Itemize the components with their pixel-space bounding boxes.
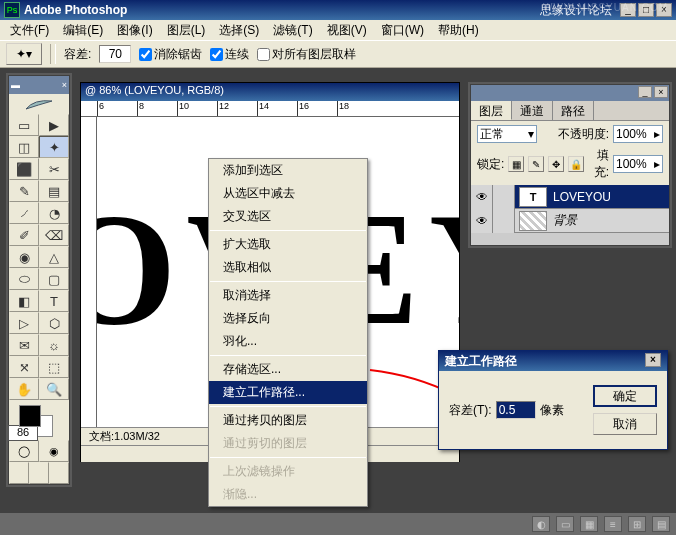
dialog-tolerance-input[interactable] xyxy=(496,401,536,419)
ctx-item[interactable]: 扩大选取 xyxy=(209,233,367,256)
blend-mode-select[interactable]: 正常▾ xyxy=(477,125,537,143)
dialog-tolerance-label: 容差(T): xyxy=(449,402,492,419)
tool-14[interactable]: ⬭ xyxy=(9,268,39,290)
ctx-item[interactable]: 交叉选区 xyxy=(209,205,367,228)
lock-transparency-icon[interactable]: ▦ xyxy=(508,156,524,172)
tool-preset-picker[interactable]: ✦▾ xyxy=(6,43,42,65)
tool-18[interactable]: ▷ xyxy=(9,312,39,334)
link-cell[interactable] xyxy=(493,209,515,233)
panel-min-icon[interactable]: _ xyxy=(638,86,652,98)
contiguous-option[interactable]: 连续 xyxy=(210,46,249,63)
well-icon[interactable]: ▤ xyxy=(652,516,670,532)
well-icon[interactable]: ▦ xyxy=(580,516,598,532)
menu-window[interactable]: 窗口(W) xyxy=(375,21,430,40)
tool-20[interactable]: ✉ xyxy=(9,334,39,356)
tool-4[interactable]: ⬛ xyxy=(9,158,39,180)
cancel-button[interactable]: 取消 xyxy=(593,413,657,435)
tab-channels[interactable]: 通道 xyxy=(512,101,553,120)
visibility-icon[interactable]: 👁 xyxy=(471,185,493,209)
tool-24[interactable]: ✋ xyxy=(9,378,39,400)
tool-6[interactable]: ✎ xyxy=(9,180,39,202)
menu-file[interactable]: 文件(F) xyxy=(4,21,55,40)
ctx-item[interactable]: 选择反向 xyxy=(209,307,367,330)
screen-1[interactable] xyxy=(9,462,29,484)
ctx-item: 渐隐... xyxy=(209,483,367,506)
tool-0[interactable]: ▭ xyxy=(9,114,39,136)
zoom-field[interactable]: 86 xyxy=(8,425,38,441)
ok-button[interactable]: 确定 xyxy=(593,385,657,407)
app-title: Adobe Photoshop xyxy=(24,3,540,17)
ctx-item[interactable]: 羽化... xyxy=(209,330,367,353)
layer-thumb[interactable] xyxy=(519,211,547,231)
tool-12[interactable]: ◉ xyxy=(9,246,39,268)
tool-16[interactable]: ◧ xyxy=(9,290,39,312)
ctx-item[interactable]: 取消选择 xyxy=(209,284,367,307)
antialias-option[interactable]: 消除锯齿 xyxy=(139,46,202,63)
tool-10[interactable]: ✐ xyxy=(9,224,39,246)
tool-3[interactable]: ✦ xyxy=(39,136,69,158)
opacity-input[interactable]: 100%▸ xyxy=(613,125,663,143)
tool-23[interactable]: ⬚ xyxy=(39,356,69,378)
ctx-item[interactable]: 从选区中减去 xyxy=(209,182,367,205)
ctx-item[interactable]: 添加到选区 xyxy=(209,159,367,182)
layer-row[interactable]: 👁 背景 xyxy=(471,209,669,233)
menu-view[interactable]: 视图(V) xyxy=(321,21,373,40)
menu-help[interactable]: 帮助(H) xyxy=(432,21,485,40)
opacity-label: 不透明度: xyxy=(541,126,609,143)
contiguous-checkbox[interactable] xyxy=(210,48,223,61)
tab-layers[interactable]: 图层 xyxy=(471,101,512,120)
tool-7[interactable]: ▤ xyxy=(39,180,69,202)
lock-pixels-icon[interactable]: ✎ xyxy=(528,156,544,172)
all-layers-option[interactable]: 对所有图层取样 xyxy=(257,46,356,63)
tool-8[interactable]: ⟋ xyxy=(9,202,39,224)
tool-2[interactable]: ◫ xyxy=(9,136,39,158)
tool-22[interactable]: ⤧ xyxy=(9,356,39,378)
quickmask-mode[interactable]: ◉ xyxy=(39,440,69,462)
tool-11[interactable]: ⌫ xyxy=(39,224,69,246)
foreground-color[interactable] xyxy=(19,405,41,427)
ctx-item[interactable]: 通过拷贝的图层 xyxy=(209,409,367,432)
tab-paths[interactable]: 路径 xyxy=(553,101,594,120)
tool-9[interactable]: ◔ xyxy=(39,202,69,224)
toolbox-header[interactable]: ▬× xyxy=(9,76,69,94)
screenmode-row xyxy=(9,462,69,484)
menu-image[interactable]: 图像(I) xyxy=(111,21,158,40)
lock-all-icon[interactable]: 🔒 xyxy=(568,156,584,172)
tool-15[interactable]: ▢ xyxy=(39,268,69,290)
toolbox-feather-icon xyxy=(9,94,69,114)
tool-13[interactable]: △ xyxy=(39,246,69,268)
tool-5[interactable]: ✂ xyxy=(39,158,69,180)
well-icon[interactable]: ⊞ xyxy=(628,516,646,532)
tool-19[interactable]: ⬡ xyxy=(39,312,69,334)
dialog-close-button[interactable]: × xyxy=(645,353,661,367)
menu-select[interactable]: 选择(S) xyxy=(213,21,265,40)
tolerance-input[interactable] xyxy=(99,45,131,63)
well-icon[interactable]: ▭ xyxy=(556,516,574,532)
lock-position-icon[interactable]: ✥ xyxy=(548,156,564,172)
antialias-checkbox[interactable] xyxy=(139,48,152,61)
all-layers-checkbox[interactable] xyxy=(257,48,270,61)
well-icon[interactable]: ≡ xyxy=(604,516,622,532)
panel-header[interactable]: _ × xyxy=(471,85,669,101)
screen-2[interactable] xyxy=(29,462,49,484)
fill-input[interactable]: 100%▸ xyxy=(613,155,663,173)
menu-edit[interactable]: 编辑(E) xyxy=(57,21,109,40)
ctx-item[interactable]: 存储选区... xyxy=(209,358,367,381)
ctx-item[interactable]: 选取相似 xyxy=(209,256,367,279)
standard-mode[interactable]: ◯ xyxy=(9,440,39,462)
menu-layer[interactable]: 图层(L) xyxy=(161,21,212,40)
tool-17[interactable]: T xyxy=(39,290,69,312)
ctx-item: 上次滤镜操作 xyxy=(209,460,367,483)
visibility-icon[interactable]: 👁 xyxy=(471,209,493,233)
ctx-item[interactable]: 建立工作路径... xyxy=(209,381,367,404)
tool-25[interactable]: 🔍 xyxy=(39,378,69,400)
screen-3[interactable] xyxy=(49,462,69,484)
layer-row[interactable]: 👁 T LOVEYOU xyxy=(471,185,669,209)
tool-1[interactable]: ▶ xyxy=(39,114,69,136)
menu-filter[interactable]: 滤镜(T) xyxy=(267,21,318,40)
well-icon[interactable]: ◐ xyxy=(532,516,550,532)
link-cell[interactable] xyxy=(493,185,515,209)
layer-thumb[interactable]: T xyxy=(519,187,547,207)
panel-close-icon[interactable]: × xyxy=(654,86,668,98)
tool-21[interactable]: ☼ xyxy=(39,334,69,356)
